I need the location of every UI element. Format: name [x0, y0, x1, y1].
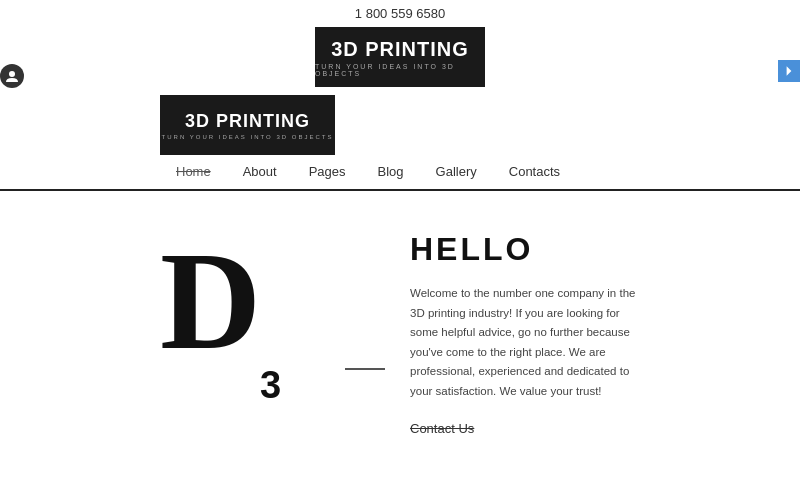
page-body: D 3 HELLO Welcome to the number one comp…: [0, 191, 800, 437]
hello-title: HELLO: [410, 231, 640, 268]
nav-item-about[interactable]: About: [227, 154, 293, 190]
dash-line: [345, 368, 385, 370]
deco-d: D: [160, 231, 261, 371]
nav-item-pages[interactable]: Pages: [293, 154, 362, 190]
sidebar-logo: 3D PRINTING TURN YOUR IDEAS INTO 3D OBJE…: [160, 95, 335, 155]
phone-bar: 1 800 559 6580: [0, 0, 800, 27]
chevron-right-icon: [783, 65, 795, 77]
sidebar-logo-title: 3D PRINTING: [185, 111, 310, 132]
phone-number: 1 800 559 6580: [355, 6, 445, 21]
edge-button[interactable]: [778, 60, 800, 82]
nav-item-contacts[interactable]: Contacts: [493, 154, 576, 190]
hero-banner-title: 3D PRINTING: [331, 38, 469, 61]
contact-us-link[interactable]: Contact Us: [410, 421, 474, 436]
user-avatar-icon: [5, 69, 19, 83]
deco-3: 3: [260, 364, 281, 407]
nav-item-blog[interactable]: Blog: [362, 154, 420, 190]
deco-letter-container: D 3: [160, 221, 340, 437]
left-edge-icon[interactable]: [0, 64, 24, 88]
svg-marker-0: [787, 66, 792, 76]
svg-point-1: [9, 71, 15, 77]
hello-text: Welcome to the number one company in the…: [410, 284, 640, 401]
dash-separator: [340, 221, 390, 437]
nav-item-gallery[interactable]: Gallery: [420, 154, 493, 190]
content-right: HELLO Welcome to the number one company …: [390, 221, 640, 437]
nav-item-home[interactable]: Home: [160, 154, 227, 190]
sidebar-logo-subtitle: TURN YOUR IDEAS INTO 3D OBJECTS: [162, 134, 334, 140]
hero-banner: 3D PRINTING TURN YOUR IDEAS INTO 3D OBJE…: [315, 27, 485, 87]
nav-bar: Home About Pages Blog Gallery Contacts: [0, 155, 800, 191]
hero-banner-subtitle: TURN YOUR IDEAS INTO 3D OBJECTS: [315, 63, 485, 77]
